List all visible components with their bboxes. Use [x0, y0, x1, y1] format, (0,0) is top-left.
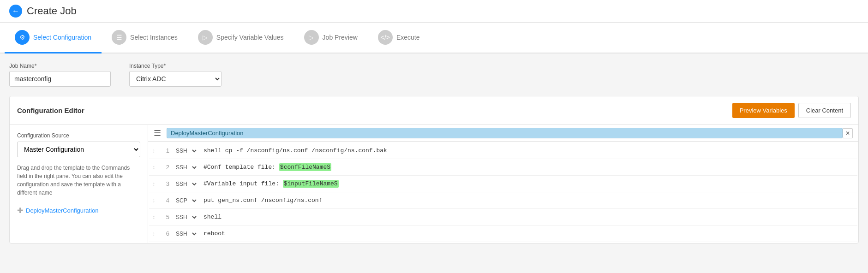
- config-editor-body: Configuration Source Master Configuratio…: [10, 125, 858, 243]
- row-type-2: SSHSCP: [172, 164, 200, 171]
- command-table: ↕ 1 SSHSCP shell cp -f /nsconfig/ns.conf…: [148, 142, 858, 243]
- editor-tab-bar: ☰ DeployMasterConfiguration ✕: [148, 125, 858, 142]
- job-name-group: Job Name*: [9, 63, 111, 87]
- row-content-6: reboot: [200, 227, 857, 240]
- row-drag-4[interactable]: ↕: [149, 197, 158, 204]
- right-panel: ☰ DeployMasterConfiguration ✕ ↕ 1: [148, 125, 858, 243]
- config-source-select[interactable]: Master Configuration Saved Configuration: [17, 142, 140, 157]
- back-button[interactable]: ←: [9, 5, 22, 18]
- row-prefix-2: #Conf template file:: [204, 164, 279, 171]
- row-type-5: SSHSCP: [172, 214, 200, 221]
- tab-label-instances: Select Instances: [130, 34, 178, 41]
- row-content-3: #Variable input file: $inputFileNameS: [200, 178, 857, 190]
- row-num-1: 1: [158, 147, 172, 154]
- row-text-1: shell cp -f /nsconfig/ns.conf /nsconfig/…: [204, 147, 387, 154]
- row-content-1: shell cp -f /nsconfig/ns.conf /nsconfig/…: [200, 144, 857, 157]
- tab-label-preview: Job Preview: [323, 34, 358, 41]
- row-drag-5[interactable]: ↕: [149, 214, 158, 220]
- preview-variables-button[interactable]: Preview Variables: [732, 103, 795, 118]
- row-type-select-3[interactable]: SSHSCP: [174, 180, 198, 188]
- table-row: ↕ 5 SSHSCP shell: [149, 209, 857, 226]
- row-content-4: put gen_ns.conf /nsconfig/ns.conf: [200, 194, 857, 207]
- tab-label-execute: Execute: [396, 34, 420, 41]
- row-var-2: $confFileNameS: [279, 163, 331, 171]
- table-row: ↕ 1 SSHSCP shell cp -f /nsconfig/ns.conf…: [149, 142, 857, 159]
- config-editor-section: Configuration Editor Preview Variables C…: [9, 96, 859, 243]
- row-drag-1[interactable]: ↕: [149, 148, 158, 154]
- row-type-6: SSHSCP: [172, 230, 200, 237]
- tab-icon-instances: ☰: [112, 30, 126, 45]
- row-num-2: 2: [158, 164, 172, 171]
- row-drag-6[interactable]: ↕: [149, 231, 158, 237]
- row-type-select-5[interactable]: SSHSCP: [174, 214, 198, 221]
- config-source-label: Configuration Source: [17, 132, 140, 139]
- tab-label-vars: Specify Variable Values: [216, 34, 284, 41]
- template-name[interactable]: DeployMasterConfiguration: [26, 207, 99, 214]
- row-text-4: put gen_ns.conf /nsconfig/ns.conf: [204, 197, 322, 204]
- row-type-4: SCPSSH: [172, 197, 200, 204]
- row-drag-2[interactable]: ↕: [149, 164, 158, 171]
- hamburger-icon[interactable]: ☰: [154, 128, 161, 138]
- tab-job-preview[interactable]: ▷ Job Preview: [294, 23, 368, 53]
- editor-active-tab: DeployMasterConfiguration: [167, 128, 843, 138]
- instance-type-group: Instance Type* Citrix ADC Citrix Gateway…: [129, 63, 221, 87]
- table-row: ↕ 3 SSHSCP #Variable input file: $inputF…: [149, 176, 857, 192]
- drag-handle-icon[interactable]: ✚: [17, 206, 23, 215]
- row-type-select-2[interactable]: SSHSCP: [174, 164, 198, 171]
- row-type-select-4[interactable]: SCPSSH: [174, 197, 198, 204]
- tab-execute[interactable]: </> Execute: [368, 23, 430, 53]
- row-num-6: 6: [158, 230, 172, 237]
- clear-content-button[interactable]: Clear Content: [798, 103, 851, 118]
- header-buttons: Preview Variables Clear Content: [732, 103, 851, 118]
- tab-icon-vars: ▷: [198, 30, 213, 45]
- instance-type-select[interactable]: Citrix ADC Citrix Gateway Citrix SD-WAN: [129, 71, 221, 87]
- config-editor-header: Configuration Editor Preview Variables C…: [10, 96, 858, 125]
- row-content-5: shell: [200, 211, 857, 223]
- row-type-select-6[interactable]: SSHSCP: [174, 230, 198, 237]
- tab-select-configuration[interactable]: ⚙ Select Configuration: [5, 23, 102, 53]
- tab-icon-execute: </>: [378, 30, 393, 45]
- row-drag-3[interactable]: ↕: [149, 181, 158, 187]
- drag-hint: Drag and drop the template to the Comman…: [17, 164, 140, 197]
- tab-icon-config: ⚙: [15, 30, 30, 45]
- instance-type-label: Instance Type*: [129, 63, 221, 69]
- config-editor-title: Configuration Editor: [17, 107, 84, 114]
- row-type-1: SSHSCP: [172, 147, 200, 154]
- row-num-3: 3: [158, 180, 172, 187]
- content-area: Job Name* Instance Type* Citrix ADC Citr…: [0, 53, 868, 253]
- table-row: ↕ 6 SSHSCP reboot: [149, 226, 857, 242]
- table-row: ↕ 4 SCPSSH put gen_ns.conf /nsconfig/ns.…: [149, 192, 857, 209]
- tab-icon-preview: ▷: [304, 30, 319, 45]
- job-name-input[interactable]: [9, 71, 111, 87]
- row-content-2: #Conf template file: $confFileNameS: [200, 161, 857, 173]
- row-var-3: $inputFileNameS: [283, 180, 339, 188]
- left-panel: Configuration Source Master Configuratio…: [10, 125, 148, 243]
- row-prefix-3: #Variable input file:: [204, 180, 283, 187]
- row-type-3: SSHSCP: [172, 180, 200, 188]
- tab-specify-variables[interactable]: ▷ Specify Variable Values: [188, 23, 294, 53]
- row-text-5: shell: [204, 214, 221, 220]
- back-icon: ←: [12, 7, 19, 15]
- job-name-label: Job Name*: [9, 63, 111, 69]
- close-panel-button[interactable]: ✕: [843, 128, 853, 138]
- editor-tab-name: DeployMasterConfiguration: [171, 130, 244, 136]
- row-text-6: reboot: [204, 230, 225, 237]
- row-num-5: 5: [158, 214, 172, 220]
- page-header: ← Create Job: [0, 0, 868, 23]
- row-num-4: 4: [158, 197, 172, 204]
- row-type-select-1[interactable]: SSHSCP: [174, 147, 198, 154]
- page-title: Create Job: [27, 5, 77, 17]
- tab-label-config: Select Configuration: [33, 34, 91, 41]
- wizard-tabs: ⚙ Select Configuration ☰ Select Instance…: [0, 23, 868, 53]
- template-item: ✚ DeployMasterConfiguration: [17, 204, 140, 217]
- table-row: ↕ 2 SSHSCP #Conf template file: $confFil…: [149, 159, 857, 176]
- form-row: Job Name* Instance Type* Citrix ADC Citr…: [9, 63, 859, 87]
- tab-select-instances[interactable]: ☰ Select Instances: [102, 23, 188, 53]
